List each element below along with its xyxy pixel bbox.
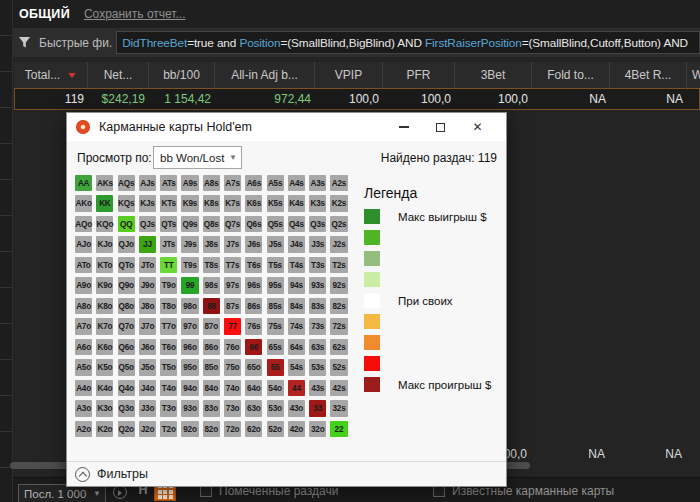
hand-cell-44[interactable]: 44 — [288, 380, 305, 396]
hand-cell-QJs[interactable]: QJs — [139, 216, 156, 232]
column-header[interactable]: 4Bet R... — [610, 62, 687, 88]
hand-cell-T9o[interactable]: T9o — [160, 277, 177, 293]
hand-cell-32s[interactable]: 32s — [330, 400, 347, 416]
hand-cell-94s[interactable]: 94s — [288, 277, 305, 293]
hand-cell-A3o[interactable]: A3o — [75, 400, 92, 416]
hand-cell-92s[interactable]: 92s — [330, 277, 347, 293]
hand-cell-42o[interactable]: 42o — [288, 421, 305, 437]
hand-cell-K8o[interactable]: K8o — [96, 298, 113, 314]
hand-cell-KQo[interactable]: KQo — [96, 216, 113, 232]
hand-cell-54o[interactable]: 54o — [267, 380, 284, 396]
hand-cell-T9s[interactable]: T9s — [181, 257, 198, 273]
column-header[interactable]: VPIP — [315, 62, 383, 88]
hand-cell-32o[interactable]: 32o — [309, 421, 326, 437]
close-button[interactable]: ✕ — [459, 117, 496, 137]
hand-cell-63o[interactable]: 63o — [245, 400, 262, 416]
hand-cell-TT[interactable]: TT — [160, 257, 177, 273]
hand-cell-83o[interactable]: 83o — [203, 400, 220, 416]
hand-cell-QJo[interactable]: QJo — [118, 236, 135, 252]
hand-cell-73s[interactable]: 73s — [309, 318, 326, 334]
hand-cell-Q4o[interactable]: Q4o — [118, 380, 135, 396]
hand-cell-J3s[interactable]: J3s — [309, 236, 326, 252]
hand-cell-Q9o[interactable]: Q9o — [118, 277, 135, 293]
hand-cell-J9o[interactable]: J9o — [139, 277, 156, 293]
hand-cell-T7o[interactable]: T7o — [160, 318, 177, 334]
hand-cell-Q4s[interactable]: Q4s — [288, 216, 305, 232]
hand-cell-AKo[interactable]: AKo — [75, 195, 92, 211]
hand-cell-KTs[interactable]: KTs — [160, 195, 177, 211]
hand-cell-55[interactable]: 55 — [267, 359, 284, 375]
hand-cell-K7s[interactable]: K7s — [224, 195, 241, 211]
hand-cell-97o[interactable]: 97o — [181, 318, 198, 334]
hand-cell-84s[interactable]: 84s — [288, 298, 305, 314]
minimize-button[interactable] — [385, 117, 422, 137]
hand-cell-K3s[interactable]: K3s — [309, 195, 326, 211]
hand-cell-62o[interactable]: 62o — [245, 421, 262, 437]
hand-cell-97s[interactable]: 97s — [224, 277, 241, 293]
hand-cell-K5s[interactable]: K5s — [267, 195, 284, 211]
hand-cell-98s[interactable]: 98s — [203, 277, 220, 293]
hand-cell-T2s[interactable]: T2s — [330, 257, 347, 273]
hand-cell-T2o[interactable]: T2o — [160, 421, 177, 437]
hand-cell-A5o[interactable]: A5o — [75, 359, 92, 375]
hand-cell-JTo[interactable]: JTo — [139, 257, 156, 273]
hand-cell-K6o[interactable]: K6o — [96, 339, 113, 355]
maximize-button[interactable] — [422, 117, 459, 137]
hand-cell-T6s[interactable]: T6s — [245, 257, 262, 273]
hand-cell-A5s[interactable]: A5s — [267, 175, 284, 191]
hand-cell-J7s[interactable]: J7s — [224, 236, 241, 252]
hand-cell-Q2o[interactable]: Q2o — [118, 421, 135, 437]
hand-cell-K7o[interactable]: K7o — [96, 318, 113, 334]
hand-cell-J5s[interactable]: J5s — [267, 236, 284, 252]
table-row[interactable]: 119$242,191 154,42972,44100,0100,0100,0N… — [14, 88, 700, 110]
hand-cell-52s[interactable]: 52s — [330, 359, 347, 375]
column-header[interactable]: W — [687, 62, 700, 88]
hand-cell-77[interactable]: 77 — [224, 318, 241, 334]
hand-cell-66[interactable]: 66 — [245, 339, 262, 355]
hand-cell-82o[interactable]: 82o — [203, 421, 220, 437]
hand-cell-T4s[interactable]: T4s — [288, 257, 305, 273]
hand-cell-J7o[interactable]: J7o — [139, 318, 156, 334]
hand-cell-Q9s[interactable]: Q9s — [181, 216, 198, 232]
hand-cell-85s[interactable]: 85s — [267, 298, 284, 314]
hand-cell-85o[interactable]: 85o — [203, 359, 220, 375]
hand-cell-J2o[interactable]: J2o — [139, 421, 156, 437]
hand-cell-A7o[interactable]: A7o — [75, 318, 92, 334]
hand-cell-84o[interactable]: 84o — [203, 380, 220, 396]
hand-cell-95o[interactable]: 95o — [181, 359, 198, 375]
hand-cell-76o[interactable]: 76o — [224, 339, 241, 355]
hand-cell-64o[interactable]: 64o — [245, 380, 262, 396]
hand-cell-K2s[interactable]: K2s — [330, 195, 347, 211]
hand-cell-JJ[interactable]: JJ — [139, 236, 156, 252]
hand-cell-96s[interactable]: 96s — [245, 277, 262, 293]
column-header[interactable]: All-in Adj b... — [215, 62, 315, 88]
hand-cell-QQ[interactable]: QQ — [118, 216, 135, 232]
hand-cell-K8s[interactable]: K8s — [203, 195, 220, 211]
hand-cell-AKs[interactable]: AKs — [96, 175, 113, 191]
hand-cell-Q6s[interactable]: Q6s — [245, 216, 262, 232]
hand-cell-A9o[interactable]: A9o — [75, 277, 92, 293]
hand-cell-KTo[interactable]: KTo — [96, 257, 113, 273]
hand-cell-Q7s[interactable]: Q7s — [224, 216, 241, 232]
popup-titlebar[interactable]: Карманные карты Hold'em ✕ — [67, 113, 506, 141]
replay-icon[interactable] — [113, 485, 127, 499]
hand-cell-KQs[interactable]: KQs — [118, 195, 135, 211]
hand-cell-65o[interactable]: 65o — [245, 359, 262, 375]
hand-cell-AJo[interactable]: AJo — [75, 236, 92, 252]
hand-cell-63s[interactable]: 63s — [309, 339, 326, 355]
hand-cell-87s[interactable]: 87s — [224, 298, 241, 314]
hand-cell-T3s[interactable]: T3s — [309, 257, 326, 273]
hand-cell-92o[interactable]: 92o — [181, 421, 198, 437]
hand-cell-74s[interactable]: 74s — [288, 318, 305, 334]
hand-cell-T8s[interactable]: T8s — [203, 257, 220, 273]
hand-cell-K2o[interactable]: K2o — [96, 421, 113, 437]
hand-cell-96o[interactable]: 96o — [181, 339, 198, 355]
hand-cell-T6o[interactable]: T6o — [160, 339, 177, 355]
column-header[interactable]: Total... — [14, 62, 88, 88]
hand-cell-K3o[interactable]: K3o — [96, 400, 113, 416]
hand-cell-Q6o[interactable]: Q6o — [118, 339, 135, 355]
hand-cell-99[interactable]: 99 — [181, 277, 198, 293]
hand-cell-ATo[interactable]: ATo — [75, 257, 92, 273]
hand-cell-T3o[interactable]: T3o — [160, 400, 177, 416]
hand-cell-Q3s[interactable]: Q3s — [309, 216, 326, 232]
